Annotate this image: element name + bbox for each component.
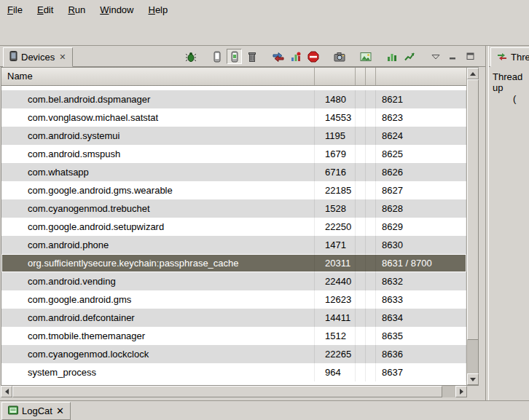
table-row[interactable]: com.vonglasow.michael.satstat 14553 8623 bbox=[1, 108, 466, 127]
threads-icon bbox=[497, 52, 507, 63]
blank-cell-1 bbox=[356, 363, 366, 381]
tab-devices-label: Devices bbox=[21, 52, 55, 63]
table-row[interactable]: com.cyanogenmod.lockclock 22265 8636 bbox=[1, 345, 466, 363]
blank-cell-2 bbox=[366, 272, 376, 290]
process-table-columns: Name com.bel.android.dspmanager 1480 862… bbox=[1, 68, 466, 385]
process-pid: 6716 bbox=[315, 163, 356, 181]
process-port: 8623 bbox=[376, 108, 466, 127]
view-menu-icon[interactable] bbox=[428, 49, 443, 64]
blank-cell-1 bbox=[356, 163, 366, 181]
process-port: 8632 bbox=[376, 272, 466, 290]
process-name: com.tmobile.thememanager bbox=[1, 327, 315, 345]
scroll-up-icon[interactable] bbox=[467, 68, 479, 79]
process-port: 8636 bbox=[376, 345, 466, 363]
process-port: 8626 bbox=[376, 163, 466, 181]
update-threads-icon[interactable] bbox=[270, 49, 286, 64]
tab-devices[interactable]: Devices ✕ bbox=[3, 47, 73, 67]
table-row[interactable]: com.android.systemui 1195 8624 bbox=[1, 127, 466, 145]
table-row[interactable]: com.tmobile.thememanager 1512 8635 bbox=[1, 327, 466, 345]
process-name: org.sufficientlysecure.keychain:passphra… bbox=[1, 254, 315, 272]
blank-cell-2 bbox=[366, 199, 376, 218]
process-name: com.android.defcontainer bbox=[1, 309, 315, 327]
tab-threads[interactable]: Threads bbox=[490, 47, 529, 67]
table-row[interactable]: com.cyanogenmod.trebuchet 1528 8628 bbox=[1, 199, 466, 218]
blank-cell-2 bbox=[366, 290, 376, 309]
blank-cell-2 bbox=[366, 90, 376, 108]
tab-threads-label: Threads bbox=[511, 52, 529, 63]
scroll-right-icon[interactable] bbox=[455, 386, 467, 397]
process-name: com.cyanogenmod.lockclock bbox=[1, 345, 315, 363]
scroll-down-icon[interactable] bbox=[467, 373, 479, 385]
bottom-view-bar: LogCat ✕ bbox=[0, 400, 529, 420]
vertical-scroll-thumb[interactable] bbox=[467, 79, 479, 340]
table-row[interactable]: com.google.android.gms.wearable 22185 86… bbox=[1, 181, 466, 199]
screen-capture-icon[interactable] bbox=[332, 49, 347, 64]
blank-cell-2 bbox=[366, 363, 376, 381]
table-row[interactable]: com.google.android.setupwizard 22250 862… bbox=[1, 218, 466, 236]
dump-hprof-icon[interactable] bbox=[227, 49, 242, 64]
table-header: Name bbox=[1, 68, 466, 86]
process-pid: 22250 bbox=[315, 218, 356, 236]
update-heap-icon[interactable] bbox=[209, 49, 224, 64]
process-name: com.android.vending bbox=[1, 272, 315, 290]
table-row[interactable]: com.android.vending 22440 8632 bbox=[1, 272, 466, 290]
start-method-profiling-icon[interactable] bbox=[288, 49, 303, 64]
process-port: 8634 bbox=[376, 309, 466, 327]
horizontal-scroll-thumb[interactable] bbox=[12, 386, 442, 397]
column-header-name[interactable]: Name bbox=[1, 68, 315, 85]
table-row[interactable]: com.google.android.gms 12623 8633 bbox=[1, 290, 466, 309]
process-pid: 1471 bbox=[315, 236, 356, 254]
devices-tabbar: Devices ✕ bbox=[0, 46, 485, 67]
table-row[interactable]: com.whatsapp 6716 8626 bbox=[1, 163, 466, 181]
table-row[interactable]: system_process 964 8637 bbox=[1, 363, 466, 381]
column-header-blank2[interactable] bbox=[366, 68, 376, 85]
process-name: com.whatsapp bbox=[1, 163, 315, 181]
table-row[interactable]: com.android.defcontainer 14411 8634 bbox=[1, 309, 466, 327]
process-name: com.google.android.gms.wearable bbox=[1, 181, 315, 199]
scroll-left-icon[interactable] bbox=[1, 386, 12, 397]
close-icon[interactable]: ✕ bbox=[56, 405, 64, 416]
vertical-scrollbar[interactable] bbox=[466, 68, 478, 385]
process-port: 8624 bbox=[376, 127, 466, 145]
capture-systrace-icon[interactable] bbox=[384, 49, 399, 64]
debug-process-icon[interactable] bbox=[183, 49, 198, 64]
table-row[interactable]: org.sufficientlysecure.keychain:passphra… bbox=[1, 254, 466, 272]
table-row[interactable]: com.android.smspush 1679 8625 bbox=[1, 145, 466, 163]
tab-logcat[interactable]: LogCat ✕ bbox=[1, 402, 71, 420]
sysinfo-chart-icon[interactable] bbox=[401, 49, 417, 64]
table-row[interactable]: com.android.phone 1471 8630 bbox=[1, 236, 466, 254]
blank-cell-1 bbox=[356, 108, 366, 127]
threads-message-line1: Thread up bbox=[493, 71, 529, 93]
process-name: com.android.systemui bbox=[1, 127, 315, 145]
process-pid: 22265 bbox=[315, 345, 356, 363]
menu-item[interactable]: Help bbox=[141, 1, 175, 18]
column-header-blank1[interactable] bbox=[356, 68, 366, 85]
stop-process-icon[interactable] bbox=[305, 49, 321, 64]
blank-cell-2 bbox=[366, 254, 376, 272]
process-port: 8635 bbox=[376, 327, 466, 345]
maximize-icon[interactable] bbox=[463, 49, 478, 64]
process-pid: 22440 bbox=[315, 272, 356, 290]
close-icon[interactable]: ✕ bbox=[58, 52, 66, 62]
menu-item[interactable]: File bbox=[0, 1, 30, 18]
cause-gc-icon[interactable] bbox=[244, 49, 259, 64]
process-name: system_process bbox=[1, 363, 315, 381]
devices-view-toolbar bbox=[183, 49, 478, 64]
menu-item[interactable]: Window bbox=[93, 1, 141, 18]
menu-item[interactable]: Edit bbox=[30, 1, 60, 18]
threads-tabbar: Threads bbox=[489, 46, 529, 67]
threads-message-line2: ( bbox=[513, 93, 529, 104]
menu-item[interactable]: Run bbox=[60, 1, 93, 18]
menubar: FileEditRunWindowHelp bbox=[0, 0, 529, 20]
process-pid: 12623 bbox=[315, 290, 356, 309]
process-pid: 14411 bbox=[315, 309, 356, 327]
process-port: 8627 bbox=[376, 181, 466, 199]
horizontal-scrollbar[interactable] bbox=[1, 386, 467, 397]
dump-view-hierarchy-icon[interactable] bbox=[358, 49, 373, 64]
column-header-pid[interactable] bbox=[315, 68, 356, 85]
process-pid: 964 bbox=[315, 363, 356, 381]
table-row[interactable]: com.bel.android.dspmanager 1480 8621 bbox=[1, 90, 466, 108]
minimize-icon[interactable] bbox=[445, 49, 461, 64]
column-header-port[interactable] bbox=[376, 68, 466, 85]
blank-cell-1 bbox=[356, 199, 366, 218]
